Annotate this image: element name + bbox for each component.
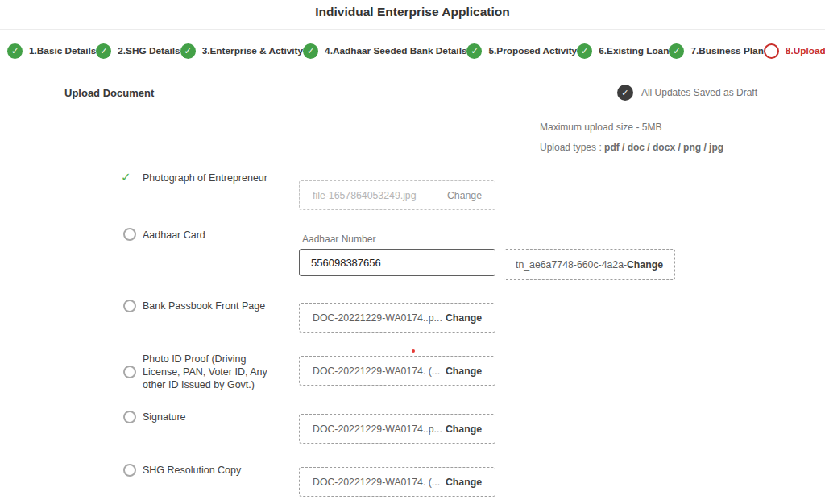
step-proposed-activity[interactable]: ✓ 5.Proposed Activity [466,43,577,59]
signature-radio[interactable] [123,411,136,423]
step-shg-details[interactable]: ✓ 2.SHG Details [96,43,180,59]
shg-resolution-change-button[interactable]: Change [446,477,482,488]
check-circle-icon: ✓ [180,43,196,59]
check-circle-icon: ✓ [466,43,482,59]
page-title: Individual Enterprise Application [0,5,825,19]
bank-passbook-label: Bank Passbook Front Page [143,300,265,312]
step-label: 1.Basic Details [29,45,96,56]
uploaded-check-icon: ✓ [121,170,131,184]
photo-id-label: Photo ID Proof (Driving License, PAN, Vo… [143,353,283,391]
photograph-label: Photograph of Entrepreneur [143,172,267,184]
photograph-file-name: file-1657864053249.jpg [313,190,417,201]
section-divider [48,109,776,109]
section-title: Upload Document [64,87,154,99]
shg-resolution-file-name: DOC-20221229-WA0174. (... [313,477,440,488]
aadhaar-number-input[interactable] [299,249,495,276]
step-label: 6.Existing Loan [599,45,669,56]
max-upload-size-text: Maximum upload size - 5MB [540,122,723,133]
upload-info: Maximum upload size - 5MB Upload types :… [540,122,723,162]
step-existing-loan[interactable]: ✓ 6.Existing Loan [577,43,669,59]
aadhaar-change-button[interactable]: Change [627,259,663,271]
empty-circle-icon [764,43,779,59]
shg-resolution-upload-box[interactable]: DOC-20221229-WA0174. (... Change [299,467,495,497]
step-label: 7.Business Plan [690,45,763,56]
application-stepper: ✓ 1.Basic Details ✓ 2.SHG Details ✓ 3.En… [0,29,825,72]
saved-draft-badge: ✓ All Updates Saved as Draft [617,85,757,101]
signature-label: Signature [143,411,186,423]
individual-enterprise-application-page: Individual Enterprise Application ✓ 1.Ba… [0,0,825,504]
step-label: 4.Aadhaar Seeded Bank Details [325,45,466,56]
saved-draft-text: All Updates Saved as Draft [641,87,757,98]
shg-resolution-label: SHG Resolution Copy [143,465,241,476]
photo-id-radio[interactable] [123,366,136,378]
photo-id-file-name: DOC-20221229-WA0174. (... [313,366,440,377]
photo-id-upload-box[interactable]: DOC-20221229-WA0174. (... Change [299,356,495,386]
check-circle-icon: ✓ [577,43,592,59]
check-circle-icon: ✓ [669,43,684,59]
aadhaar-radio[interactable] [123,228,136,241]
required-dot [412,349,415,353]
shg-resolution-radio[interactable] [123,464,136,477]
check-circle-dark-icon: ✓ [617,85,633,101]
check-circle-icon: ✓ [96,43,111,59]
aadhaar-upload-box[interactable]: tn_ae6a7748-660c-4a2a-... Change [504,249,675,280]
aadhaar-number-label: Aadhaar Number [302,233,375,245]
bank-passbook-change-button[interactable]: Change [446,312,482,324]
signature-file-name: DOC-20221229-WA0174..p... [313,423,442,435]
signature-upload-box[interactable]: DOC-20221229-WA0174..p... Change [299,414,495,444]
bank-passbook-upload-box[interactable]: DOC-20221229-WA0174..p... Change [299,303,495,333]
step-label: 2.SHG Details [118,45,180,56]
aadhaar-file-name: tn_ae6a7748-660c-4a2a-... [516,259,627,271]
step-business-plan[interactable]: ✓ 7.Business Plan [669,43,763,59]
step-aadhaar-seeded-bank-details[interactable]: ✓ 4.Aadhaar Seeded Bank Details [303,43,466,59]
bank-passbook-file-name: DOC-20221229-WA0174..p... [313,312,442,324]
step-label: 5.Proposed Activity [488,45,577,56]
step-upload-document[interactable]: 8.Upload Document [764,43,825,59]
photo-id-change-button[interactable]: Change [446,366,482,377]
step-label: 3.Enterprise & Activity [202,45,303,56]
step-basic-details[interactable]: ✓ 1.Basic Details [7,43,96,59]
step-label: 8.Upload Document [786,45,825,56]
photograph-change-button[interactable]: Change [447,190,482,201]
photograph-upload-box[interactable]: file-1657864053249.jpg Change [299,180,495,210]
signature-change-button[interactable]: Change [446,423,482,435]
aadhaar-label: Aadhaar Card [143,229,205,241]
bank-passbook-radio[interactable] [123,300,136,312]
upload-types-text: Upload types : pdf / doc / docx / png / … [540,142,723,153]
check-circle-icon: ✓ [303,43,318,59]
step-enterprise-activity[interactable]: ✓ 3.Enterprise & Activity [180,43,303,59]
check-circle-icon: ✓ [7,43,23,59]
